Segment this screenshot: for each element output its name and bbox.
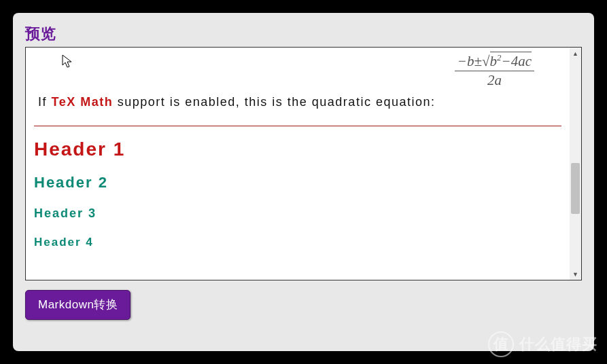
desc-prefix: If: [38, 95, 52, 109]
description-line: If TeX Math support is enabled, this is …: [38, 95, 561, 109]
heading-1: Header 1: [34, 139, 561, 160]
formula-denominator: 2a: [455, 71, 534, 88]
scroll-up-icon[interactable]: ▲: [570, 48, 581, 59]
preview-viewport: −b±√b2−4ac 2a If TeX Math support is ena…: [25, 47, 582, 280]
scroll-down-icon[interactable]: ▼: [570, 268, 581, 280]
watermark: 值 什么值得买: [488, 331, 597, 357]
scrollbar[interactable]: ▲ ▼: [570, 48, 581, 280]
formula-4ac: −4ac: [502, 53, 532, 69]
scroll-thumb[interactable]: [571, 163, 580, 214]
sqrt-icon: √: [482, 53, 490, 69]
panel-title: 预览: [25, 24, 582, 44]
watermark-text: 什么值得买: [519, 334, 597, 354]
divider: [34, 126, 561, 126]
formula-num-prefix: −b±: [457, 53, 482, 69]
desc-tex-label: TeX Math: [52, 95, 114, 109]
desc-suffix: support is enabled, this is the quadrati…: [113, 95, 435, 109]
formula-b: b: [490, 53, 498, 69]
quadratic-formula: −b±√b2−4ac 2a: [455, 53, 534, 88]
heading-3: Header 3: [34, 206, 561, 221]
heading-4: Header 4: [34, 236, 561, 249]
watermark-badge-icon: 值: [488, 331, 514, 357]
preview-panel: 预览 −b±√b2−4ac 2a If TeX Math support is …: [13, 13, 594, 351]
formula-block: −b±√b2−4ac 2a: [34, 53, 561, 88]
markdown-convert-button[interactable]: Markdown转换: [25, 290, 131, 320]
heading-2: Header 2: [34, 174, 561, 192]
preview-content[interactable]: −b±√b2−4ac 2a If TeX Math support is ena…: [26, 48, 570, 280]
